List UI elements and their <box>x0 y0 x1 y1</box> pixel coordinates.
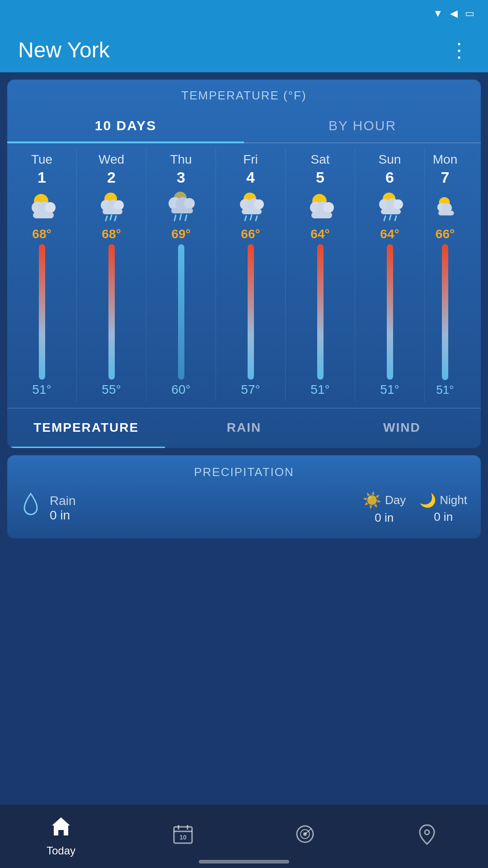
day-precip-item: ☀️ Day 0 in <box>362 491 406 525</box>
day-num-sat: 5 <box>316 169 324 186</box>
precip-section-label: PRECIPITATION <box>7 455 481 486</box>
svg-rect-4 <box>33 212 54 218</box>
low-mon: 51° <box>436 383 454 397</box>
svg-point-16 <box>184 198 195 209</box>
days-container: Tue 1 68° 51° Wed <box>7 143 481 406</box>
svg-point-32 <box>323 202 334 213</box>
low-sat: 51° <box>310 382 329 397</box>
city-title: New York <box>18 38 110 62</box>
precipitation-card: PRECIPITATION Rain 0 in ☀️ Day 0 in <box>7 455 481 538</box>
precip-rain-row: Rain 0 in ☀️ Day 0 in 🌙 Night 0 in <box>7 486 481 529</box>
day-label: Day <box>385 493 406 507</box>
wifi-icon: ▼ <box>433 8 443 19</box>
metric-tab-wind[interactable]: WIND <box>323 409 481 448</box>
day-num-wed: 2 <box>107 169 116 186</box>
day-name-sun: Sun <box>379 152 401 167</box>
day-num-mon: 7 <box>441 169 450 186</box>
day-col-tue[interactable]: Tue 1 68° 51° <box>7 148 77 401</box>
metric-tab-rain[interactable]: RAIN <box>165 409 323 448</box>
day-num-sun: 6 <box>385 169 394 186</box>
svg-rect-33 <box>311 212 332 218</box>
svg-point-57 <box>425 830 429 835</box>
svg-line-39 <box>384 216 385 221</box>
svg-rect-17 <box>171 208 193 213</box>
low-wed: 55° <box>102 382 121 397</box>
night-precip-val: 0 in <box>434 510 453 524</box>
svg-rect-45 <box>438 211 454 216</box>
nav-today[interactable]: Today <box>0 816 122 857</box>
more-menu-button[interactable]: ⋮ <box>449 38 470 61</box>
day-col-sat[interactable]: Sat 5 64° 51° <box>286 148 355 401</box>
night-moon-icon: 🌙 <box>419 492 436 508</box>
high-sat: 64° <box>310 227 329 241</box>
metric-tab-temperature[interactable]: TEMPERATURE <box>7 409 165 448</box>
weather-icon-wed <box>91 191 132 222</box>
temp-bar-tue: 68° 51° <box>7 227 76 397</box>
high-sun: 64° <box>380 227 399 241</box>
weather-icon-thu <box>161 191 202 222</box>
temp-bar-sat: 64° 51° <box>286 227 355 397</box>
nav-location[interactable] <box>366 823 488 849</box>
day-col-thu[interactable]: Thu 3 69° 60° <box>146 148 216 401</box>
weather-icon-sun <box>370 191 410 222</box>
high-fri: 66° <box>241 227 260 241</box>
battery-icon: ▭ <box>465 8 474 19</box>
day-num-thu: 3 <box>177 169 185 186</box>
day-sun-icon: ☀️ <box>362 491 381 509</box>
metric-tabs: TEMPERATURE RAIN WIND <box>7 408 481 448</box>
temp-bar-fri: 66° 57° <box>216 227 285 397</box>
tab-by-hour[interactable]: BY HOUR <box>244 107 481 142</box>
high-tue: 68° <box>32 227 51 241</box>
rain-drop-icon <box>21 492 41 524</box>
svg-line-20 <box>185 215 187 221</box>
weather-icon-fri <box>230 191 271 222</box>
svg-point-37 <box>393 199 403 209</box>
temperature-card: TEMPERATURE (°F) 10 DAYS BY HOUR Tue 1 <box>7 80 481 448</box>
app-header: New York ⋮ <box>0 27 488 72</box>
day-col-sun[interactable]: Sun 6 64° 51° <box>355 148 425 401</box>
day-precip-val: 0 in <box>375 511 394 525</box>
low-tue: 51° <box>32 382 51 397</box>
day-num-tue: 1 <box>38 169 46 186</box>
day-col-fri[interactable]: Fri 4 66° 57° <box>216 148 286 401</box>
high-wed: 68° <box>102 227 121 241</box>
svg-line-40 <box>389 215 391 220</box>
tab-10days[interactable]: 10 DAYS <box>7 107 244 142</box>
day-name-thu: Thu <box>170 152 192 167</box>
temp-bar-sun: 64° 51° <box>355 227 424 397</box>
high-mon: 66° <box>436 227 455 241</box>
svg-point-24 <box>254 199 264 209</box>
status-bar: ▼ ◀ ▭ <box>0 0 488 27</box>
day-name-mon: Mon <box>433 152 457 167</box>
day-name-tue: Tue <box>31 152 52 167</box>
home-icon <box>50 816 72 842</box>
svg-line-27 <box>250 215 252 220</box>
home-indicator <box>199 860 289 863</box>
low-fri: 57° <box>241 382 260 397</box>
low-thu: 60° <box>171 382 190 397</box>
temp-bar-thu: 69° 60° <box>146 227 216 397</box>
weather-icon-tue <box>22 191 62 222</box>
temp-section-label: TEMPERATURE (°F) <box>7 80 481 107</box>
day-col-mon[interactable]: Mon 7 66° 51° <box>425 148 465 401</box>
rain-label: Rain <box>50 494 353 508</box>
day-night-precip: ☀️ Day 0 in 🌙 Night 0 in <box>362 491 467 525</box>
svg-rect-38 <box>381 209 401 214</box>
day-name-wed: Wed <box>99 152 124 167</box>
weather-icon-sat <box>300 191 341 222</box>
nav-calendar[interactable]: 10 <box>122 823 244 849</box>
calendar-icon: 10 <box>172 823 194 849</box>
temp-bar-wed: 68° 55° <box>77 227 146 397</box>
svg-line-41 <box>395 216 396 221</box>
svg-line-11 <box>110 215 112 220</box>
location-icon <box>416 823 438 849</box>
svg-line-12 <box>115 216 116 221</box>
nav-radar[interactable] <box>244 823 366 849</box>
bottom-nav: Today 10 <box>0 805 488 868</box>
low-sun: 51° <box>380 382 399 397</box>
day-name-fri: Fri <box>243 152 258 167</box>
day-num-fri: 4 <box>246 169 255 186</box>
day-col-wed[interactable]: Wed 2 68° 55° <box>77 148 146 401</box>
svg-text:10: 10 <box>179 834 187 841</box>
svg-line-18 <box>174 215 176 221</box>
